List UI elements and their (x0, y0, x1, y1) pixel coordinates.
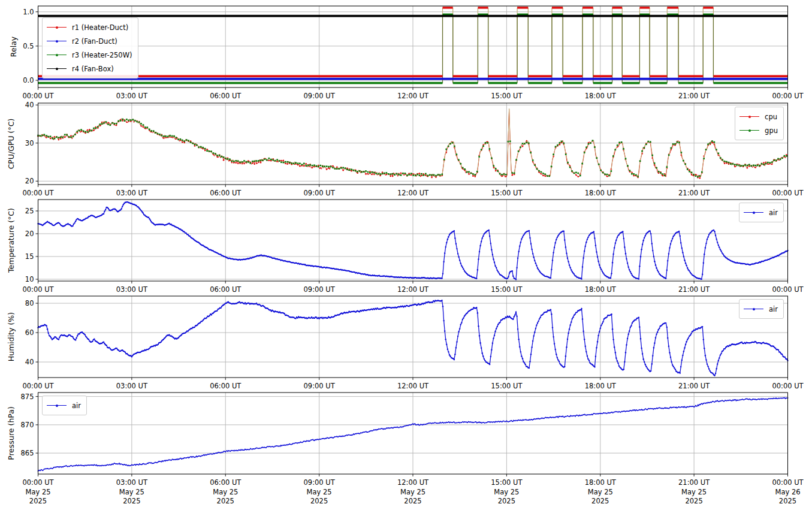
marker (668, 408, 669, 409)
marker (555, 146, 557, 148)
marker (326, 168, 328, 170)
marker (551, 417, 553, 418)
marker (736, 164, 738, 166)
marker (615, 149, 617, 151)
marker (105, 465, 106, 466)
marker (541, 171, 542, 173)
marker (115, 209, 116, 210)
marker (615, 240, 617, 241)
marker (204, 150, 206, 152)
marker (332, 165, 334, 167)
marker (105, 121, 107, 123)
marker (89, 130, 90, 132)
marker (165, 336, 166, 337)
marker (497, 271, 499, 272)
xtick-year: 2025 (217, 497, 234, 505)
marker (652, 250, 653, 251)
marker (744, 399, 745, 400)
marker (704, 348, 705, 349)
marker (351, 434, 352, 436)
marker (559, 361, 560, 362)
marker (461, 322, 462, 323)
marker (600, 170, 602, 171)
marker (740, 399, 741, 400)
marker (761, 163, 763, 165)
marker (462, 421, 463, 423)
marker (128, 464, 129, 466)
marker (695, 175, 697, 177)
marker (403, 426, 404, 427)
marker (747, 167, 748, 169)
marker (323, 438, 324, 439)
marker (445, 423, 446, 424)
marker (556, 354, 557, 355)
marker (437, 174, 439, 176)
marker (116, 348, 117, 349)
marker (614, 411, 615, 412)
marker (546, 311, 547, 312)
marker (297, 443, 298, 444)
marker (150, 220, 151, 221)
marker (412, 423, 413, 424)
marker (295, 162, 297, 164)
marker (592, 140, 594, 141)
marker (208, 454, 209, 455)
marker (686, 341, 687, 342)
marker (333, 437, 334, 439)
marker (786, 397, 787, 399)
marker (786, 155, 787, 157)
marker (640, 256, 641, 257)
marker (423, 174, 425, 176)
marker (184, 140, 186, 142)
marker (581, 308, 582, 309)
marker (763, 164, 765, 165)
marker (612, 262, 613, 263)
marker (458, 331, 459, 332)
marker (460, 262, 461, 264)
marker (469, 421, 470, 423)
marker (141, 211, 143, 212)
marker (446, 422, 448, 423)
marker (553, 417, 554, 418)
marker (540, 316, 541, 318)
marker (44, 469, 45, 470)
marker (104, 210, 105, 212)
marker (66, 134, 68, 136)
marker (148, 217, 149, 218)
marker (781, 157, 783, 159)
marker (400, 426, 401, 427)
marker (312, 167, 313, 169)
marker (553, 336, 554, 337)
legend-item-air-temp: air (744, 206, 778, 219)
marker (117, 120, 119, 122)
marker (219, 155, 221, 156)
marker (327, 318, 328, 319)
marker (632, 322, 633, 324)
marker (728, 400, 729, 401)
marker (477, 312, 478, 313)
marker (456, 153, 458, 155)
marker (119, 463, 120, 464)
marker (237, 160, 239, 162)
marker (688, 269, 689, 270)
marker (140, 123, 142, 125)
marker (542, 313, 544, 315)
marker (759, 165, 760, 167)
marker (612, 339, 614, 340)
marker (283, 160, 285, 162)
xtick-label: 21:00 UT (678, 92, 710, 100)
marker (506, 420, 507, 421)
marker (627, 165, 629, 167)
xtick-date: May 25 (307, 488, 332, 496)
marker (690, 273, 692, 274)
marker (699, 175, 701, 177)
legend-line-sample (739, 128, 759, 134)
marker (589, 414, 590, 415)
xtick-label: 06:00 UT (210, 189, 242, 197)
marker (707, 236, 708, 237)
marker (81, 465, 83, 466)
marker (494, 265, 496, 267)
marker (593, 413, 594, 414)
marker (505, 421, 506, 423)
legend-line-sample (47, 25, 67, 31)
